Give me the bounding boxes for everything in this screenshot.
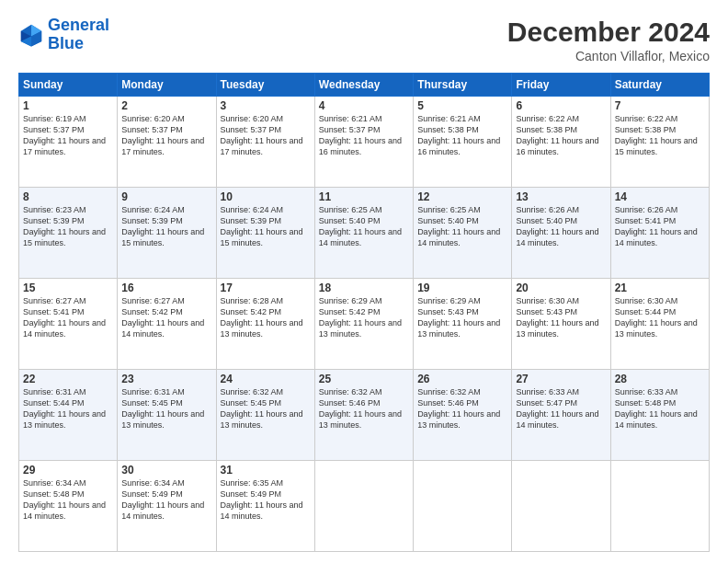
calendar-cell: 12Sunrise: 6:25 AM Sunset: 5:40 PM Dayli…: [414, 188, 512, 279]
day-number: 1: [23, 99, 113, 112]
day-info: Sunrise: 6:34 AM Sunset: 5:48 PM Dayligh…: [23, 477, 113, 523]
day-number: 19: [417, 282, 507, 294]
calendar-cell: 15Sunrise: 6:27 AM Sunset: 5:41 PM Dayli…: [19, 279, 118, 370]
day-number: 18: [319, 282, 409, 294]
calendar-cell: 17Sunrise: 6:28 AM Sunset: 5:42 PM Dayli…: [216, 279, 314, 370]
calendar-cell: 31Sunrise: 6:35 AM Sunset: 5:49 PM Dayli…: [216, 461, 314, 552]
calendar-week-1: 1Sunrise: 6:19 AM Sunset: 5:37 PM Daylig…: [19, 97, 710, 188]
day-number: 4: [319, 99, 409, 112]
calendar-cell: 4Sunrise: 6:21 AM Sunset: 5:37 PM Daylig…: [314, 97, 413, 188]
day-info: Sunrise: 6:32 AM Sunset: 5:46 PM Dayligh…: [319, 386, 409, 431]
logo-line1: General: [48, 16, 109, 34]
day-info: Sunrise: 6:31 AM Sunset: 5:44 PM Dayligh…: [23, 386, 113, 431]
day-number: 28: [615, 373, 705, 385]
day-number: 23: [121, 373, 211, 385]
day-number: 29: [23, 464, 113, 477]
logo-text: General Blue: [48, 17, 109, 53]
day-number: 17: [221, 282, 311, 294]
day-info: Sunrise: 6:19 AM Sunset: 5:37 PM Dayligh…: [23, 113, 113, 158]
logo: General Blue: [18, 17, 109, 53]
day-number: 22: [23, 373, 113, 385]
title-block: December 2024 Canton Villaflor, Mexico: [507, 17, 710, 63]
day-info: Sunrise: 6:28 AM Sunset: 5:42 PM Dayligh…: [221, 295, 311, 340]
calendar-header: SundayMondayTuesdayWednesdayThursdayFrid…: [19, 74, 710, 97]
calendar-cell: 28Sunrise: 6:33 AM Sunset: 5:48 PM Dayli…: [610, 370, 709, 461]
calendar-cell: 7Sunrise: 6:22 AM Sunset: 5:38 PM Daylig…: [610, 97, 709, 188]
day-info: Sunrise: 6:20 AM Sunset: 5:37 PM Dayligh…: [221, 113, 311, 158]
weekday-header-saturday: Saturday: [610, 74, 709, 97]
day-number: 21: [615, 282, 705, 294]
header: General Blue December 2024 Canton Villaf…: [18, 17, 710, 63]
day-number: 24: [221, 373, 311, 385]
calendar-cell: [512, 461, 610, 552]
calendar-cell: 18Sunrise: 6:29 AM Sunset: 5:42 PM Dayli…: [314, 279, 413, 370]
weekday-row: SundayMondayTuesdayWednesdayThursdayFrid…: [19, 74, 710, 97]
day-number: 15: [23, 282, 113, 294]
calendar-cell: [414, 461, 512, 552]
calendar-cell: 20Sunrise: 6:30 AM Sunset: 5:43 PM Dayli…: [512, 279, 610, 370]
day-number: 14: [615, 190, 705, 203]
calendar-cell: 21Sunrise: 6:30 AM Sunset: 5:44 PM Dayli…: [610, 279, 709, 370]
calendar-cell: 27Sunrise: 6:33 AM Sunset: 5:47 PM Dayli…: [512, 370, 610, 461]
calendar-cell: 23Sunrise: 6:31 AM Sunset: 5:45 PM Dayli…: [118, 370, 216, 461]
day-number: 6: [516, 99, 606, 112]
weekday-header-wednesday: Wednesday: [314, 74, 413, 97]
weekday-header-sunday: Sunday: [19, 74, 118, 97]
day-number: 31: [221, 464, 311, 477]
calendar-cell: 24Sunrise: 6:32 AM Sunset: 5:45 PM Dayli…: [216, 370, 314, 461]
page: General Blue December 2024 Canton Villaf…: [0, 0, 728, 563]
day-number: 27: [516, 373, 606, 385]
day-number: 8: [23, 190, 113, 203]
day-number: 5: [417, 99, 507, 112]
weekday-header-tuesday: Tuesday: [216, 74, 314, 97]
weekday-header-monday: Monday: [118, 74, 216, 97]
day-number: 7: [615, 99, 705, 112]
weekday-header-friday: Friday: [512, 74, 610, 97]
calendar-cell: 3Sunrise: 6:20 AM Sunset: 5:37 PM Daylig…: [216, 97, 314, 188]
day-info: Sunrise: 6:22 AM Sunset: 5:38 PM Dayligh…: [516, 113, 606, 158]
calendar-cell: 9Sunrise: 6:24 AM Sunset: 5:39 PM Daylig…: [118, 188, 216, 279]
calendar-week-2: 8Sunrise: 6:23 AM Sunset: 5:39 PM Daylig…: [19, 188, 710, 279]
calendar-cell: 8Sunrise: 6:23 AM Sunset: 5:39 PM Daylig…: [19, 188, 118, 279]
logo-icon: [18, 22, 44, 48]
calendar-cell: 14Sunrise: 6:26 AM Sunset: 5:41 PM Dayli…: [610, 188, 709, 279]
calendar-week-3: 15Sunrise: 6:27 AM Sunset: 5:41 PM Dayli…: [19, 279, 710, 370]
day-number: 30: [121, 464, 211, 477]
day-info: Sunrise: 6:33 AM Sunset: 5:48 PM Dayligh…: [615, 386, 705, 431]
calendar-cell: [314, 461, 413, 552]
day-number: 20: [516, 282, 606, 294]
day-info: Sunrise: 6:29 AM Sunset: 5:43 PM Dayligh…: [417, 295, 507, 340]
day-number: 11: [319, 190, 409, 203]
day-info: Sunrise: 6:21 AM Sunset: 5:38 PM Dayligh…: [417, 113, 507, 158]
day-info: Sunrise: 6:25 AM Sunset: 5:40 PM Dayligh…: [417, 204, 507, 249]
calendar-cell: 5Sunrise: 6:21 AM Sunset: 5:38 PM Daylig…: [414, 97, 512, 188]
main-title: December 2024: [507, 17, 710, 47]
logo-line2: Blue: [48, 34, 84, 52]
day-info: Sunrise: 6:25 AM Sunset: 5:40 PM Dayligh…: [319, 204, 409, 249]
day-info: Sunrise: 6:22 AM Sunset: 5:38 PM Dayligh…: [615, 113, 705, 158]
calendar-cell: 26Sunrise: 6:32 AM Sunset: 5:46 PM Dayli…: [414, 370, 512, 461]
day-number: 12: [417, 190, 507, 203]
calendar-week-5: 29Sunrise: 6:34 AM Sunset: 5:48 PM Dayli…: [19, 461, 710, 552]
day-info: Sunrise: 6:26 AM Sunset: 5:41 PM Dayligh…: [615, 204, 705, 249]
day-info: Sunrise: 6:24 AM Sunset: 5:39 PM Dayligh…: [121, 204, 211, 249]
day-info: Sunrise: 6:20 AM Sunset: 5:37 PM Dayligh…: [121, 113, 211, 158]
calendar-cell: 22Sunrise: 6:31 AM Sunset: 5:44 PM Dayli…: [19, 370, 118, 461]
day-info: Sunrise: 6:27 AM Sunset: 5:42 PM Dayligh…: [121, 295, 211, 340]
calendar-cell: 6Sunrise: 6:22 AM Sunset: 5:38 PM Daylig…: [512, 97, 610, 188]
calendar-cell: 1Sunrise: 6:19 AM Sunset: 5:37 PM Daylig…: [19, 97, 118, 188]
calendar-cell: 30Sunrise: 6:34 AM Sunset: 5:49 PM Dayli…: [118, 461, 216, 552]
day-info: Sunrise: 6:21 AM Sunset: 5:37 PM Dayligh…: [319, 113, 409, 158]
day-info: Sunrise: 6:24 AM Sunset: 5:39 PM Dayligh…: [221, 204, 311, 249]
day-number: 13: [516, 190, 606, 203]
calendar-cell: 2Sunrise: 6:20 AM Sunset: 5:37 PM Daylig…: [118, 97, 216, 188]
day-info: Sunrise: 6:30 AM Sunset: 5:44 PM Dayligh…: [615, 295, 705, 340]
day-number: 25: [319, 373, 409, 385]
calendar-cell: 25Sunrise: 6:32 AM Sunset: 5:46 PM Dayli…: [314, 370, 413, 461]
day-info: Sunrise: 6:26 AM Sunset: 5:40 PM Dayligh…: [516, 204, 606, 249]
subtitle: Canton Villaflor, Mexico: [507, 49, 710, 63]
day-info: Sunrise: 6:27 AM Sunset: 5:41 PM Dayligh…: [23, 295, 113, 340]
calendar-cell: 13Sunrise: 6:26 AM Sunset: 5:40 PM Dayli…: [512, 188, 610, 279]
day-number: 16: [121, 282, 211, 294]
day-info: Sunrise: 6:32 AM Sunset: 5:45 PM Dayligh…: [221, 386, 311, 431]
